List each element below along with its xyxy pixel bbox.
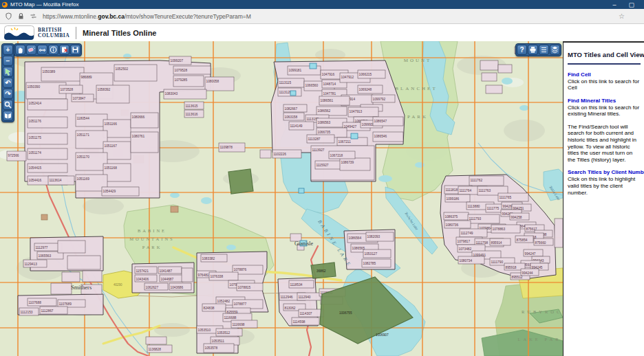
parcel-number: 1113880 <box>468 205 480 208</box>
parcel-number: 1078876 <box>234 268 247 271</box>
parcel-number: 1080736 <box>446 223 459 227</box>
erase-tool-button[interactable] <box>26 45 36 55</box>
url-field[interactable]: https://www.mtonline.gov.bc.ca/mtov/show… <box>43 13 251 20</box>
clear-selection-button[interactable] <box>59 45 69 55</box>
parcel-number: 1052482 <box>217 300 230 303</box>
app-header: British Columbia Mineral Titles Online <box>0 24 644 41</box>
parcel-number: 1079285 <box>175 78 188 82</box>
find-cell-link[interactable]: Find Cell <box>568 71 641 78</box>
mineral-title-parcel[interactable] <box>146 337 167 344</box>
parcel-number: 1066215 <box>359 73 372 76</box>
legend-button[interactable] <box>539 45 549 55</box>
find-cell-description: Click on this link to search for Cell <box>568 78 641 91</box>
parcel-number: 1112946 <box>281 296 293 299</box>
map-toolbar-left: +−↶↷ <box>1 43 14 122</box>
pan-tool-button[interactable] <box>15 45 25 55</box>
place-label: BLANCHET <box>395 86 437 91</box>
identify-tool-icon <box>50 46 57 54</box>
parcel-number: 1116688 <box>224 316 237 320</box>
selected-cell[interactable] <box>299 188 304 193</box>
mineral-title-parcel[interactable] <box>486 85 502 93</box>
parcel-number: 1083043 <box>165 92 178 96</box>
parcel-number: 1043686 <box>171 286 184 289</box>
parcel-number: 976481 <box>198 274 209 277</box>
mineral-title-parcel[interactable] <box>62 272 80 282</box>
mineral-title-parcel[interactable] <box>555 219 563 247</box>
parcel-number: 1051169 <box>77 177 90 181</box>
mineral-title-parcel[interactable] <box>182 268 193 282</box>
parcel-number: 1079528 <box>175 69 188 72</box>
parcel-number: 1112153 <box>21 311 33 314</box>
identify-tool-button[interactable] <box>48 45 58 55</box>
parcel-number: 1086565 <box>352 247 365 250</box>
lock-icon[interactable] <box>17 12 25 20</box>
parcel-number: 1054415 <box>29 166 42 170</box>
conservancy-parcel[interactable] <box>228 169 253 194</box>
parcel-number: 1082785 <box>363 262 376 265</box>
print-icon <box>529 46 537 54</box>
selected-cell[interactable] <box>310 63 316 69</box>
parcel-number: 1079817 <box>458 240 471 243</box>
zoom-in-button[interactable]: + <box>3 45 13 55</box>
measure-tool-button[interactable] <box>37 45 47 55</box>
map-viewport[interactable]: 4029010503891050390986889105250210795281… <box>0 41 563 356</box>
mineral-title-parcel[interactable] <box>83 271 102 282</box>
help-button[interactable]: ? <box>517 45 527 55</box>
bookmark-star-icon[interactable]: ☆ <box>619 12 625 20</box>
minimize-button[interactable]: – <box>612 1 616 8</box>
find-mineral-titles-link[interactable]: Find Mineral Titles <box>568 98 641 104</box>
mineral-title-parcel[interactable] <box>67 256 100 269</box>
small-lake <box>170 192 180 198</box>
parcel-number: 1054416 <box>29 179 42 182</box>
place-label: Granisle <box>294 241 314 247</box>
small-lake <box>415 162 425 168</box>
place-label: MOUNTAINS <box>129 236 174 241</box>
parcel-number: 1113115 <box>279 81 292 85</box>
mineral-title-parcel[interactable] <box>58 241 85 253</box>
overview-map-icon <box>4 112 12 120</box>
shield-icon[interactable] <box>5 12 12 20</box>
terrain-shade <box>315 49 345 61</box>
zoom-out-button[interactable]: − <box>3 56 13 66</box>
selected-cell[interactable] <box>290 91 296 96</box>
parcel-number: 1065563 <box>39 254 52 258</box>
permissions-icon[interactable] <box>30 12 37 20</box>
parcel-number: 1086561 <box>321 99 334 102</box>
parcel-number: 1111763 <box>479 189 491 192</box>
parcel-number: 1113614 <box>50 179 62 182</box>
parcel-number: 1062627 <box>146 286 159 289</box>
map-canvas[interactable]: 4029010503891050390986889105250210795281… <box>0 41 563 356</box>
layers-button[interactable] <box>550 45 560 55</box>
parcel-number: 1086547 <box>374 120 387 123</box>
parcel-number: 1111793 <box>469 217 482 221</box>
search-tool-button[interactable] <box>3 100 13 110</box>
print-button[interactable] <box>528 45 538 55</box>
selected-cell[interactable] <box>351 133 358 139</box>
mineral-title-parcel[interactable] <box>51 283 72 294</box>
maximize-button[interactable]: ▢ <box>628 1 634 8</box>
parcel-number: 1086739 <box>341 161 354 164</box>
panel-divider <box>568 63 641 65</box>
search-titles-by-client-link[interactable]: Search Titles by Client Number <box>568 169 641 175</box>
parcel-number: 1107688 <box>29 301 42 304</box>
parcel-number: 1050389 <box>43 70 56 74</box>
parcel-number: 1078815 <box>238 286 251 289</box>
place-label: LAKE PAR <box>517 337 561 342</box>
parcel-number: 1099932 <box>362 123 375 126</box>
mineral-title-parcel[interactable] <box>480 60 498 70</box>
next-extent-button[interactable]: ↷ <box>3 89 13 99</box>
save-tool-button[interactable] <box>70 45 80 55</box>
select-tool-button[interactable] <box>3 67 13 77</box>
mineral-title-parcel[interactable] <box>260 150 271 158</box>
mineral-title-parcel[interactable] <box>482 73 497 81</box>
mineral-title-parcel[interactable] <box>498 65 512 73</box>
parcel-number: 1118534 <box>290 283 303 287</box>
small-lake <box>201 197 212 204</box>
parcel-number: 1063158 <box>285 115 298 119</box>
parcel-number: 1099181 <box>289 69 302 72</box>
previous-extent-button[interactable]: ↶ <box>3 78 13 88</box>
find-search-help-text: The Find/Search tool will search for bot… <box>568 124 641 164</box>
parcel-number: 1112867 <box>41 309 54 313</box>
overview-map-button[interactable] <box>3 111 13 121</box>
erase-tool-icon <box>28 46 35 54</box>
